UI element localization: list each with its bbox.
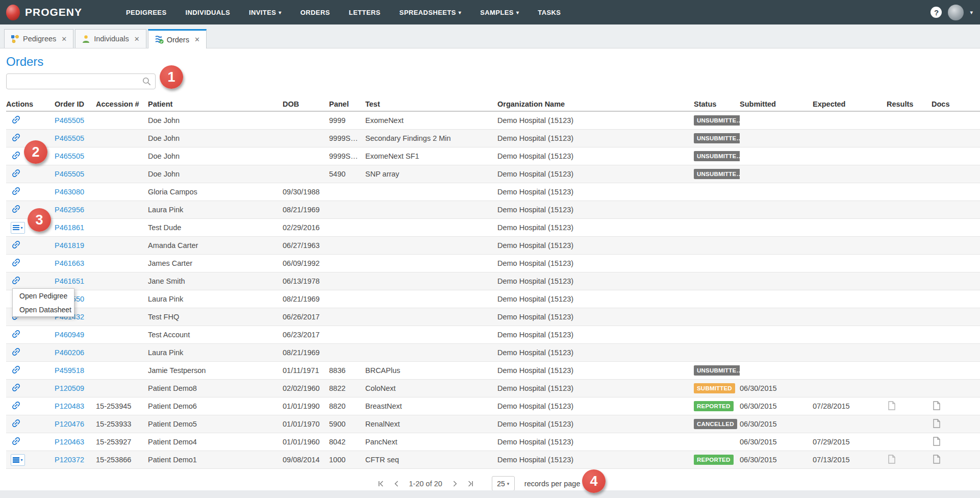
open-order-link-icon[interactable] xyxy=(11,114,21,125)
column-header-order-id[interactable]: Order ID xyxy=(55,100,96,108)
order-id-link[interactable]: P463080 xyxy=(55,188,84,196)
order-id-link[interactable]: P461651 xyxy=(55,277,84,285)
order-id-link[interactable]: P465505 xyxy=(55,134,84,142)
user-menu-caret-icon[interactable]: ▾ xyxy=(970,9,973,16)
column-header-accession-[interactable]: Accession # xyxy=(96,100,148,108)
order-id-link[interactable]: P120483 xyxy=(55,402,84,410)
open-order-link-icon[interactable] xyxy=(11,329,21,339)
column-header-panel[interactable]: Panel xyxy=(329,100,365,108)
open-order-link-icon[interactable] xyxy=(11,168,21,179)
organization-cell: Demo Hospital (15123) xyxy=(497,277,694,285)
actions-cell: ▾ xyxy=(6,454,55,466)
order-id-cell: P120463 xyxy=(55,438,96,446)
tab-orders[interactable]: Orders✕ xyxy=(148,29,207,48)
order-id-link[interactable]: P120463 xyxy=(55,438,84,446)
row-actions-menu-button[interactable]: ▾ xyxy=(11,454,25,466)
open-order-link-icon[interactable] xyxy=(11,364,21,375)
order-id-link[interactable]: P459518 xyxy=(55,366,84,375)
table-row: P465505Doe John5490SNP arrayDemo Hospita… xyxy=(6,165,980,183)
page-size-dropdown[interactable]: 25 ▾ xyxy=(492,476,515,491)
column-header-docs[interactable]: Docs xyxy=(932,100,980,108)
nav-item-orders[interactable]: ORDERS xyxy=(300,9,330,16)
open-order-link-icon[interactable] xyxy=(11,204,21,214)
order-id-link[interactable]: P465505 xyxy=(55,152,84,160)
results-file-icon[interactable] xyxy=(888,401,896,410)
open-order-link-icon[interactable] xyxy=(11,346,21,357)
open-order-link-icon[interactable] xyxy=(11,257,21,268)
column-header-submitted[interactable]: Submitted xyxy=(740,100,813,108)
order-id-link[interactable]: P120476 xyxy=(55,420,84,428)
close-icon[interactable]: ✕ xyxy=(61,35,67,43)
search-icon[interactable] xyxy=(142,77,152,88)
nav-item-label: INDIVIDUALS xyxy=(186,9,230,16)
context-menu-item-open-pedigree[interactable]: Open Pedigree xyxy=(13,289,74,303)
close-icon[interactable]: ✕ xyxy=(134,35,140,43)
open-order-link-icon[interactable] xyxy=(11,418,21,429)
nav-item-samples[interactable]: SAMPLES▾ xyxy=(480,9,519,16)
open-order-link-icon[interactable] xyxy=(11,239,21,250)
results-file-icon[interactable] xyxy=(888,455,896,464)
prev-page-button[interactable] xyxy=(391,478,403,489)
nav-item-tasks[interactable]: TASKS xyxy=(538,9,561,16)
open-order-link-icon[interactable] xyxy=(11,436,21,446)
order-id-link[interactable]: P460949 xyxy=(55,331,84,339)
nav-item-individuals[interactable]: INDIVIDUALS xyxy=(186,9,230,16)
order-id-cell: P120483 xyxy=(55,402,96,410)
order-id-cell: P459518 xyxy=(55,366,96,375)
column-header-organization-name[interactable]: Organization Name xyxy=(497,100,694,108)
tab-pedigrees[interactable]: Pedigrees✕ xyxy=(4,29,73,48)
order-id-link[interactable]: P461663 xyxy=(55,259,84,267)
search-input[interactable] xyxy=(6,73,156,89)
row-actions-menu-button[interactable]: ▾ xyxy=(11,222,25,234)
open-order-link-icon[interactable] xyxy=(11,186,21,196)
open-order-link-icon[interactable] xyxy=(11,150,21,161)
order-id-link[interactable]: P460206 xyxy=(55,348,84,357)
column-header-dob[interactable]: DOB xyxy=(283,100,329,108)
order-id-link[interactable]: P120509 xyxy=(55,384,84,392)
status-cell: SUBMITTED xyxy=(694,383,740,393)
open-order-link-icon[interactable] xyxy=(11,275,21,286)
document-file-icon[interactable] xyxy=(933,419,941,428)
order-id-link[interactable]: P461861 xyxy=(55,223,84,232)
order-id-link[interactable]: P120372 xyxy=(55,456,84,464)
first-page-button[interactable] xyxy=(375,478,387,489)
orders-icon xyxy=(155,35,163,44)
order-id-link[interactable]: P465505 xyxy=(55,170,84,178)
column-header-expected[interactable]: Expected xyxy=(813,100,887,108)
column-header-status[interactable]: Status xyxy=(694,100,740,108)
last-page-button[interactable] xyxy=(465,478,476,489)
tab-bar: Pedigrees✕Individuals✕Orders✕ xyxy=(0,24,980,48)
pedigree-icon xyxy=(11,35,19,43)
tab-individuals[interactable]: Individuals✕ xyxy=(75,29,146,48)
user-avatar[interactable] xyxy=(948,5,964,20)
help-icon[interactable]: ? xyxy=(931,7,942,18)
document-file-icon[interactable] xyxy=(933,437,941,446)
context-menu-item-open-datasheet[interactable]: Open Datasheet xyxy=(13,303,74,316)
panel-cell: 5900 xyxy=(329,420,365,428)
next-page-button[interactable] xyxy=(449,478,460,489)
nav-item-spreadsheets[interactable]: SPREADSHEETS▾ xyxy=(399,9,461,16)
panel-cell: 8820 xyxy=(329,402,365,410)
nav-item-letters[interactable]: LETTERS xyxy=(349,9,381,16)
order-id-link[interactable]: P462956 xyxy=(55,206,84,214)
order-id-link[interactable]: P461819 xyxy=(55,241,84,250)
close-icon[interactable]: ✕ xyxy=(194,36,200,43)
table-row: P12048315-253945Patient Demo601/01/19908… xyxy=(6,397,980,415)
open-order-link-icon[interactable] xyxy=(11,132,21,143)
open-order-link-icon[interactable] xyxy=(11,400,21,411)
document-file-icon[interactable] xyxy=(933,455,941,464)
actions-cell xyxy=(6,239,55,252)
column-header-actions[interactable]: Actions xyxy=(6,100,55,108)
column-header-results[interactable]: Results xyxy=(887,100,932,108)
column-header-test[interactable]: Test xyxy=(365,100,497,108)
nav-item-pedigrees[interactable]: PEDIGREES xyxy=(126,9,166,16)
actions-cell xyxy=(6,275,55,287)
patient-cell: Amanda Carter xyxy=(148,241,283,250)
order-id-link[interactable]: P465505 xyxy=(55,116,84,124)
page-range-label: 1-20 of 20 xyxy=(409,480,442,488)
column-header-patient[interactable]: Patient xyxy=(148,100,283,108)
open-order-link-icon[interactable] xyxy=(11,382,21,393)
document-file-icon[interactable] xyxy=(933,401,941,410)
panel-cell: 9999S… xyxy=(329,152,365,160)
nav-item-invites[interactable]: INVITES▾ xyxy=(249,9,282,16)
